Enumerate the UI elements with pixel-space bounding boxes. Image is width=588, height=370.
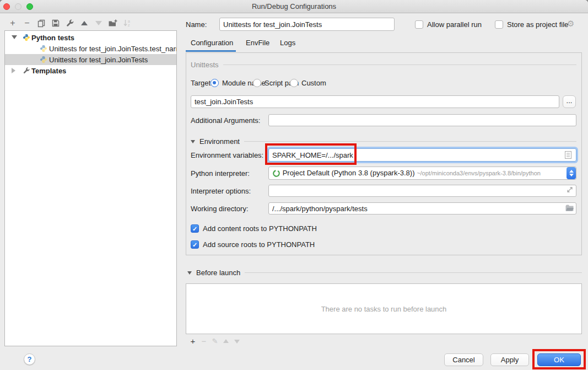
up-arrow-icon	[81, 21, 88, 25]
expand-field-icon[interactable]	[566, 186, 574, 194]
wrench-icon	[23, 67, 30, 74]
sort-az-icon: az	[123, 19, 132, 28]
title-bar: Run/Debug Configurations	[0, 0, 588, 13]
interpreter-options-input[interactable]	[268, 185, 576, 197]
interpreter-options-label: Interpreter options:	[191, 187, 251, 196]
move-up-button[interactable]	[79, 18, 89, 28]
radio-custom[interactable]	[290, 79, 298, 87]
tab-configuration[interactable]: Configuration	[191, 39, 233, 47]
tab-logs[interactable]: Logs	[280, 39, 295, 47]
ok-button[interactable]: OK	[537, 353, 581, 366]
check-icon: ✓	[192, 242, 197, 248]
collapsed-triangle-icon[interactable]	[12, 68, 15, 73]
python-interpreter-path: ~/opt/miniconda3/envs/pyspark-3.8/bin/py…	[417, 170, 541, 176]
store-as-project-file-label: Store as project file	[507, 20, 568, 29]
environment-variables-input[interactable]	[268, 148, 576, 162]
tree-item-label: Templates	[31, 67, 66, 75]
plus-icon: +	[10, 19, 15, 28]
chevron-up-icon	[569, 170, 574, 173]
tree-item-python-tests[interactable]: Python tests	[5, 32, 176, 43]
radio-module-name[interactable]	[211, 79, 219, 87]
window-title: Run/Debug Configurations	[0, 2, 588, 10]
up-arrow-icon	[223, 339, 229, 343]
before-launch-group-title: Before launch	[196, 269, 240, 277]
tree-item-label: Unittests for test_join.JoinTests	[49, 56, 148, 64]
browse-folder-icon[interactable]	[565, 204, 574, 212]
add-content-roots-label: Add content roots to PYTHONPATH	[203, 224, 317, 233]
unittests-group-title: Unittests	[191, 61, 219, 69]
edit-templates-button[interactable]	[65, 18, 75, 28]
allow-parallel-run-label: Allow parallel run	[427, 20, 482, 29]
down-arrow-icon	[234, 340, 240, 344]
before-launch-task-list: There are no tasks to run before launch	[186, 283, 582, 334]
copy-configuration-button[interactable]	[36, 18, 46, 28]
additional-arguments-input[interactable]	[268, 114, 576, 126]
python-test-icon	[40, 45, 47, 52]
additional-arguments-label: Additional Arguments:	[191, 116, 260, 125]
add-source-roots-checkbox[interactable]: ✓	[191, 240, 199, 249]
working-directory-input[interactable]	[268, 202, 576, 215]
help-button[interactable]: ?	[24, 353, 35, 365]
active-tab-underline	[186, 50, 236, 52]
check-icon: ✓	[192, 226, 197, 232]
browse-module-button[interactable]: ...	[563, 95, 576, 108]
collapse-triangle-icon[interactable]	[187, 271, 192, 275]
tree-item-label: Python tests	[31, 34, 74, 42]
apply-button[interactable]: Apply	[490, 353, 529, 366]
add-task-button[interactable]: +	[188, 337, 197, 346]
group-divider	[244, 141, 576, 142]
svg-text:a: a	[128, 19, 130, 23]
tree-item-unittests-jointests-selected[interactable]: Unittests for test_join.JoinTests	[5, 54, 176, 65]
svg-text:z: z	[128, 23, 130, 27]
down-arrow-icon	[95, 21, 102, 25]
radio-script-path[interactable]	[253, 79, 261, 87]
tree-item-templates[interactable]: Templates	[5, 65, 176, 76]
group-divider	[223, 65, 576, 65]
chevron-down-icon	[569, 174, 574, 176]
sort-configurations-button: az	[122, 18, 132, 28]
radio-custom-label: Custom	[301, 79, 326, 88]
expanded-triangle-icon[interactable]	[12, 35, 17, 39]
working-directory-label: Working directory:	[191, 205, 249, 213]
collapse-triangle-icon[interactable]	[191, 140, 195, 143]
group-divider	[245, 272, 582, 273]
gear-icon[interactable]: ⚙	[567, 19, 574, 29]
move-down-button[interactable]	[94, 18, 104, 28]
allow-parallel-run-checkbox[interactable]	[415, 20, 423, 29]
target-module-input[interactable]	[191, 95, 559, 108]
run-debug-configurations-dialog: Run/Debug Configurations + − az Python t…	[0, 0, 588, 370]
python-interpreter-label: Python interpreter:	[191, 169, 250, 178]
conda-environment-icon	[272, 169, 280, 178]
wrench-icon	[66, 19, 74, 28]
before-launch-group-header[interactable]: Before launch	[187, 269, 582, 277]
store-as-project-file-checkbox[interactable]	[495, 20, 503, 29]
python-interpreter-combo[interactable]: Project Default (Python 3.8 (pyspark-3.8…	[268, 167, 576, 180]
python-icon	[23, 34, 30, 41]
name-label: Name:	[186, 20, 207, 29]
name-input[interactable]	[219, 18, 395, 31]
move-task-up-button	[222, 337, 230, 346]
combo-spinner-button[interactable]	[567, 167, 576, 179]
minus-icon: −	[24, 19, 29, 28]
environment-group-header[interactable]: Environment	[191, 137, 576, 146]
add-content-roots-checkbox[interactable]: ✓	[191, 224, 199, 233]
environment-variables-label: Environment variables:	[191, 151, 263, 160]
folder-plus-icon	[108, 19, 118, 28]
python-test-icon	[40, 56, 47, 63]
edit-variables-icon[interactable]	[564, 151, 573, 159]
copy-icon	[37, 19, 46, 28]
tab-envfile[interactable]: EnvFile	[246, 39, 269, 47]
save-configuration-button[interactable]	[51, 18, 61, 28]
save-icon	[51, 19, 60, 28]
create-folder-button[interactable]	[108, 18, 118, 28]
move-task-down-button	[233, 337, 241, 346]
tree-item-label: Unittests for test_join.JoinTests.test_n…	[49, 45, 176, 53]
environment-group-title: Environment	[199, 137, 240, 146]
remove-configuration-button[interactable]: −	[22, 18, 32, 28]
add-configuration-button[interactable]: +	[8, 18, 18, 28]
configurations-tree: Python tests Unittests for test_join.Joi…	[4, 30, 177, 346]
tree-item-unittests-test-narrow[interactable]: Unittests for test_join.JoinTests.test_n…	[5, 43, 176, 54]
python-interpreter-value: Project Default (Python 3.8 (pyspark-3.8…	[283, 169, 415, 177]
target-label: Target:	[191, 79, 213, 88]
cancel-button[interactable]: Cancel	[444, 353, 483, 366]
